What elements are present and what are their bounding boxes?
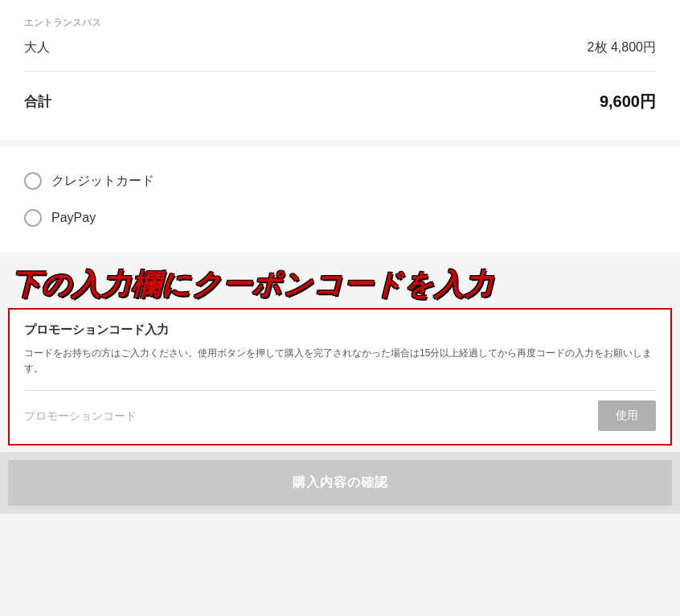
- promo-input-row: 使用: [24, 390, 656, 431]
- total-label: 合計: [24, 92, 51, 111]
- coupon-instruction-text: 下の入力欄にクーポンコードを入力: [11, 268, 494, 301]
- payment-section: クレジットカード PayPay: [0, 146, 680, 253]
- promo-use-button[interactable]: 使用: [598, 400, 656, 431]
- category-label: エントランスパス: [24, 16, 656, 30]
- payment-option-credit[interactable]: クレジットカード: [24, 162, 656, 199]
- radio-paypay[interactable]: [24, 209, 42, 227]
- promo-code-input[interactable]: [24, 403, 592, 429]
- divider: [24, 71, 656, 72]
- order-summary: エントランスパス 大人 2枚 4,800円 合計 9,600円: [0, 0, 680, 140]
- item-name: 大人: [24, 39, 50, 56]
- item-quantity-price: 2枚 4,800円: [588, 39, 656, 56]
- paypay-label: PayPay: [51, 211, 96, 225]
- page-container: エントランスパス 大人 2枚 4,800円 合計 9,600円 クレジットカード…: [0, 0, 680, 616]
- confirm-section: 購入内容の確認: [0, 452, 680, 514]
- coupon-instruction: 下の入力欄にクーポンコードを入力: [11, 264, 669, 306]
- total-amount: 9,600円: [600, 91, 656, 113]
- total-row: 合計 9,600円: [24, 80, 656, 124]
- promo-title: プロモーションコード入力: [24, 322, 656, 338]
- payment-option-paypay[interactable]: PayPay: [24, 199, 656, 236]
- credit-card-label: クレジットカード: [51, 173, 154, 190]
- promo-section: プロモーションコード入力 コードをお持ちの方はご入力ください。使用ボタンを押して…: [8, 308, 672, 445]
- order-item-row: 大人 2枚 4,800円: [24, 33, 656, 63]
- confirm-button[interactable]: 購入内容の確認: [8, 460, 672, 506]
- coupon-instruction-wrapper: 下の入力欄にクーポンコードを入力: [0, 259, 680, 308]
- promo-description: コードをお持ちの方はご入力ください。使用ボタンを押して購入を完了されなかった場合…: [24, 346, 656, 376]
- radio-credit-card[interactable]: [24, 172, 42, 190]
